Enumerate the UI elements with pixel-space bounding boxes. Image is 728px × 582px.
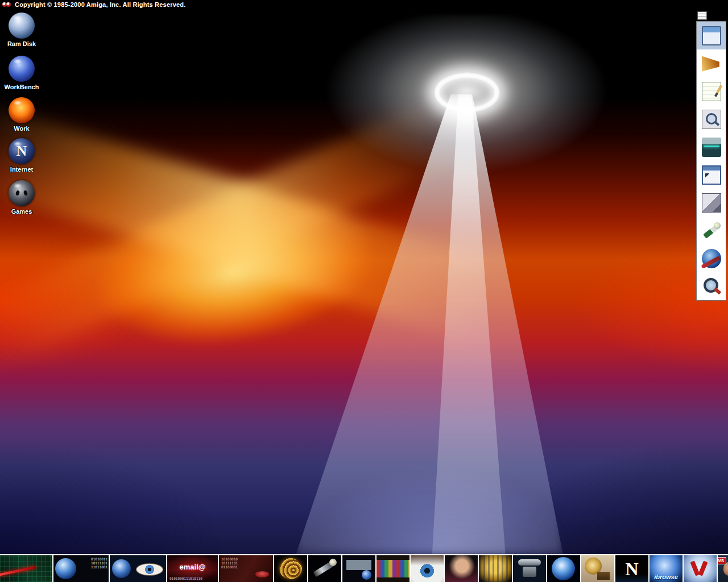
dock-tile-binary-lips[interactable]: 10100010 10111101 01100001 [219,555,273,582]
globe-tools-icon [702,249,721,268]
dock-item-workbench-window[interactable] [697,22,726,49]
games-alien-orb-icon [9,180,35,206]
storage-box-icon [702,193,721,213]
wallpaper-spotlight-ring [435,73,499,113]
dock-tile-circuit-board[interactable] [0,555,52,582]
dock-item-shell[interactable] [697,161,726,189]
dock-item-storage-box[interactable] [697,189,726,217]
dock-tile-portrait-girl[interactable] [445,555,478,582]
dock-item-globe-tools[interactable] [697,244,726,272]
internet-globe-icon: N [9,138,35,164]
icon-label: WorkBench [0,84,43,90]
dock-tile-red-check[interactable] [684,555,717,582]
dock-tile-nautilus-shell[interactable] [274,555,307,582]
scanner-icon [702,138,721,157]
workbench-orb-icon [9,56,35,82]
notepad-icon [702,82,721,101]
flashlight-icon [702,221,721,240]
document-magnifier-icon [702,110,721,129]
desktop-icon-work[interactable]: Work [0,97,43,132]
dock-tile-news[interactable]: NEWS [718,555,728,582]
workbench-window-icon [702,26,721,45]
work-flame-orb-icon [9,97,35,123]
desktop-icon-ram-disk[interactable]: Ram Disk [0,13,43,47]
copyright-text: Copyright © 1985-2000 Amiga, Inc. All Ri… [15,1,186,8]
netscape-n-letter: N [625,560,638,578]
binary-text: 10100010 10111101 01100001 [221,557,238,569]
email-label: email@ [167,563,218,571]
dock-tile-email[interactable]: email@ 0101000111010110 [167,555,218,582]
binary-text: 0101000111010110 [169,576,202,580]
icon-label: Work [0,125,43,132]
dock-item-scanner[interactable] [697,133,726,161]
dock-tile-telephone[interactable] [513,555,546,582]
netscape-n-glyph: N [16,144,27,159]
dock-tile-binoculars-earth[interactable] [342,555,375,582]
amiga-workbench-screen: Copyright © 1985-2000 Amiga, Inc. All Ri… [0,0,728,582]
bottom-dock: 01010011 10111101 11011001 email@ 010100… [0,554,728,582]
amiga-logo-icon [2,1,11,8]
dock-tile-pharaoh-mask[interactable] [479,555,512,582]
mail-handle-icon[interactable] [697,11,707,20]
ram-disk-orb-icon [9,13,35,39]
dock-tile-earth-binary[interactable]: 01010011 10111101 11011001 [53,555,109,582]
icon-label: Games [0,208,43,215]
dock-item-notepad[interactable] [697,77,726,105]
binary-text: 01010011 10111101 11011001 [91,557,107,569]
dock-tile-flashlight[interactable] [308,555,341,582]
icon-label: Internet [0,166,43,173]
dock-item-flashlight[interactable] [697,217,726,244]
desktop-icon-internet[interactable]: N Internet [0,138,43,173]
dock-tile-earth-eye[interactable] [110,555,166,582]
right-dock [696,21,726,301]
dock-tile-media-shelf[interactable] [377,555,410,582]
dock-tile-netscape[interactable]: N [615,555,648,582]
desktop-icon-workbench[interactable]: WorkBench [0,56,43,90]
icon-label: Ram Disk [0,40,43,47]
dock-item-speaker[interactable] [697,49,726,77]
desktop-icon-games[interactable]: Games [0,180,43,215]
wallpaper [0,9,728,554]
dock-item-document-magnifier[interactable] [697,105,726,133]
speaker-horn-icon [702,54,721,73]
dock-tile-gramophone[interactable] [581,555,614,582]
shell-window-icon [702,165,721,185]
dock-tile-eye[interactable] [411,555,444,582]
magnifier-icon [702,277,721,296]
dock-tile-earth-globe[interactable] [547,555,580,582]
dock-tile-ibrowse[interactable]: ibrowse [650,555,682,582]
dock-item-magnifier[interactable] [697,272,726,300]
news-badge: NEWS [718,557,726,564]
menubar[interactable]: Copyright © 1985-2000 Amiga, Inc. All Ri… [0,0,728,9]
ibrowse-label: ibrowse [650,573,682,580]
